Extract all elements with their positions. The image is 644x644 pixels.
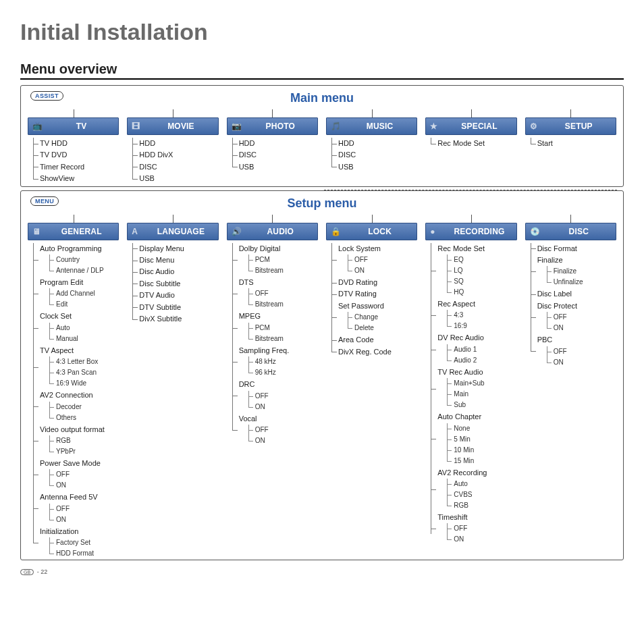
assist-badge: ASSIST xyxy=(30,91,63,101)
tree-item: Sampling Freq.48 kHz96 kHz xyxy=(232,345,318,379)
tree-item: Power Save ModeOFFON xyxy=(33,458,119,491)
tree-subitem: OFF xyxy=(248,391,318,402)
tree-item: TV HDD xyxy=(33,138,119,149)
tree-item-label: Display Menu xyxy=(139,244,184,252)
tree-subitem: Edit xyxy=(49,299,119,310)
tree-item-label: Dolby Digital xyxy=(239,244,281,252)
tree-subitem: Manual xyxy=(49,333,119,344)
tree-item-label: MPEG xyxy=(239,312,261,320)
tree-item-label: Area Code xyxy=(338,336,374,344)
tree-item-label: DTS xyxy=(239,278,254,286)
tree-subitem: 10 Min xyxy=(447,445,516,456)
tree-subitem: Delete xyxy=(348,323,417,333)
tree-subitem: Auto xyxy=(447,479,516,489)
tree-item: Video output formatRGBYPbPr xyxy=(33,424,119,458)
tree-item-label: Disc Label xyxy=(537,290,572,298)
music-icon: 🎵 xyxy=(331,122,343,131)
tree-item: MPEGPCMBitstream xyxy=(232,311,318,344)
setup-tab-lock: 🔒Lock xyxy=(326,223,417,240)
tree-item: Disc Subtitle xyxy=(132,278,218,290)
tree-item-label: PBC xyxy=(537,336,553,344)
page-title: Initial Installation xyxy=(20,19,624,45)
audio-icon: 🔊 xyxy=(232,227,244,236)
general-icon: 🖥 xyxy=(32,227,45,236)
tree-subitem: 16:9 Wide xyxy=(49,378,119,389)
tree-subitem: OFF xyxy=(348,254,417,265)
tree-subitem: CVBS xyxy=(447,489,516,500)
tree-subitem: 5 Min xyxy=(447,434,516,445)
setup-tab-audio: 🔊Audio xyxy=(227,223,318,240)
tree-subitem: Bitstream xyxy=(248,265,318,276)
tree-subitem: Country xyxy=(49,254,119,265)
main-tab-movie: 🎞MOVIE xyxy=(127,117,218,135)
tree-item: DISC xyxy=(232,149,318,161)
tree-subitem: Change xyxy=(348,312,417,323)
tree-item: Timer Record xyxy=(33,161,119,173)
tree-item: DISC xyxy=(331,149,417,161)
tree-item-label: Finalize xyxy=(537,256,563,264)
tree-item: FinalizeFinalizeUnfinalize xyxy=(531,254,616,288)
tree-subitem: Audio 2 xyxy=(447,355,516,366)
tree-item-label: Power Save Mode xyxy=(40,459,101,467)
tree-subitem: ON xyxy=(49,514,119,525)
main-tab-special: ★SPECIAL xyxy=(425,117,516,135)
special-icon: ★ xyxy=(430,122,442,131)
tree-item: TV Rec AudioMain+SubMainSub xyxy=(431,367,516,411)
tree-item-label: Rec Aspect xyxy=(437,300,475,308)
tree-item: DTV Rating xyxy=(331,288,417,300)
tree-subitem: ON xyxy=(447,534,516,545)
tree-item: HDD xyxy=(232,138,318,149)
recording-icon: ● xyxy=(430,227,442,236)
tree-subitem: 96 kHz xyxy=(248,367,318,378)
tree-item: Start xyxy=(531,138,616,149)
tree-item: PBCOFFON xyxy=(531,334,616,368)
tree-subitem: Add Channel xyxy=(49,288,119,299)
tree: Rec Mode SetEQLQSQHQRec Aspect4:316:9DV … xyxy=(425,243,516,546)
tree-item-label: Clock Set xyxy=(40,312,72,320)
tree-item-label: DRC xyxy=(239,380,255,388)
tree-subitem: ON xyxy=(248,402,318,412)
tab-label: Language xyxy=(148,227,213,236)
tree-item: Set PasswordChangeDelete xyxy=(331,300,417,334)
tree-subitem: ON xyxy=(49,480,119,491)
tree-item: Disc Menu xyxy=(132,254,218,266)
tree-subitem: 16:9 xyxy=(447,321,516,331)
tree-subitem: OFF xyxy=(49,469,119,480)
tree-item-label: DTV Audio xyxy=(139,291,175,299)
tree-item-label: AV2 Connection xyxy=(40,391,93,399)
tree-item: Disc Format xyxy=(531,243,616,254)
tree-item-label: Initialization xyxy=(40,527,78,535)
main-tab-photo: 📷PHOTO xyxy=(227,117,318,135)
tree-subitem: Antennae / DLP xyxy=(49,265,119,276)
setup-tab-general: 🖥General xyxy=(28,223,119,240)
tab-label: Disc xyxy=(546,227,612,236)
lock-icon: 🔒 xyxy=(331,227,343,236)
main-tab-tv: 📺TV xyxy=(28,117,119,135)
setup-tab-recording: ●Recording xyxy=(425,223,516,240)
tree: Start xyxy=(525,138,616,149)
tree-item-label: Auto Programming xyxy=(40,244,102,252)
tree: HDDHDD DivXDISCUSB xyxy=(127,138,218,185)
tree-item-label: TV Rec Audio xyxy=(437,368,483,376)
tree-subitem: 4:3 Pan Scan xyxy=(49,367,119,378)
tree-item: DivX Reg. Code xyxy=(331,346,417,358)
tree-item-label: Set Password xyxy=(338,302,384,310)
tree-item: DTSOFFBitstream xyxy=(232,277,318,311)
tree: HDDDISCUSB xyxy=(326,138,417,173)
tree-item-label: Vocal xyxy=(239,414,257,423)
tree-subitem: ON xyxy=(248,435,318,446)
tree-item-label: TV Aspect xyxy=(40,346,74,354)
tree-subitem: Unfinalize xyxy=(547,277,616,288)
tree-item: DTV Audio xyxy=(132,290,218,301)
tree-item-label: Disc Protect xyxy=(537,302,577,310)
main-tab-setup: ⚙SETUP xyxy=(525,117,616,135)
tree-item: AV2 RecordingAutoCVBSRGB xyxy=(431,467,516,512)
tree-item: DTV Subtitle xyxy=(132,302,218,313)
movie-icon: 🎞 xyxy=(132,122,144,131)
tree-subitem: Bitstream xyxy=(248,333,318,344)
tree-subitem: Audio 1 xyxy=(447,344,516,355)
tree: Disc FormatFinalizeFinalizeUnfinalizeDis… xyxy=(525,243,616,369)
tree-item: TimeshiftOFFON xyxy=(431,512,516,545)
tree-item-label: DTV Subtitle xyxy=(139,303,181,311)
tree-subitem: YPbPr xyxy=(49,446,119,457)
